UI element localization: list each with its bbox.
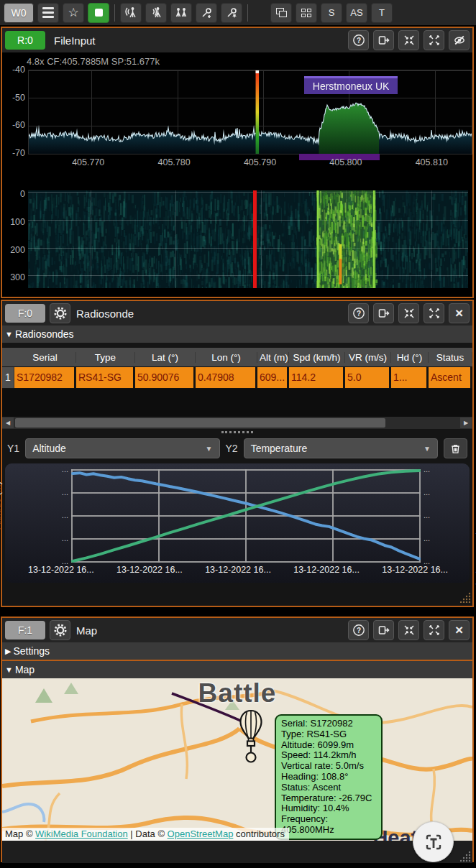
scrollbar-thumb[interactable] xyxy=(15,418,385,428)
device-index-badge[interactable]: R:0 xyxy=(5,31,45,50)
wikimedia-link[interactable]: WikiMedia Foundation xyxy=(35,828,128,839)
telemetry-canvas[interactable] xyxy=(71,469,421,563)
cell-lat[interactable]: 50.90076 xyxy=(135,367,196,388)
info-status: Status: Ascent xyxy=(281,782,376,793)
section-label: Radiosondes xyxy=(15,328,74,340)
add-tx-device-button[interactable] xyxy=(145,3,167,23)
cell-serial[interactable]: S1720982 xyxy=(14,367,76,388)
section-label: Map xyxy=(15,664,35,675)
display-names-toggle-button[interactable] xyxy=(413,821,454,862)
telemetry-x-tick: 13-12-2022 16... xyxy=(28,565,94,575)
scroll-left-button[interactable]: ◀ xyxy=(2,417,14,428)
pane-splitter-handle[interactable] xyxy=(2,429,472,435)
radiosonde-table-header: Serial Type Lat (°) Lon (°) Alt (m) Spd … xyxy=(2,348,472,366)
chevron-down-icon: ▼ xyxy=(424,445,431,453)
map-titlebar: F:1 Map ? × xyxy=(2,618,472,642)
add-feature-button[interactable] xyxy=(196,3,217,23)
cascade-windows-button[interactable] xyxy=(270,3,292,23)
close-window-button[interactable]: × xyxy=(449,620,470,640)
delete-plots-button[interactable] xyxy=(444,438,467,458)
scroll-right-button[interactable]: ▶ xyxy=(460,417,472,428)
cell-type[interactable]: RS41-SG xyxy=(76,367,135,388)
move-to-workspace-button[interactable] xyxy=(373,30,394,50)
cascade-icon xyxy=(276,8,287,17)
add-rx-device-button[interactable] xyxy=(120,3,142,23)
radiosondes-section-header[interactable]: ▼ Radiosondes xyxy=(2,326,472,343)
move-to-workspace-button[interactable] xyxy=(373,620,394,640)
feature-index-badge[interactable]: F:0 xyxy=(5,304,45,323)
y2-selected-value: Temperature xyxy=(251,443,308,454)
radiosonde-table-row[interactable]: 1 S1720982 RS41-SG 50.90076 0.47908 609.… xyxy=(2,366,472,389)
map-section-header[interactable]: ▼ Map xyxy=(2,661,472,678)
col-status[interactable]: Status xyxy=(429,352,472,363)
cell-spd[interactable]: 114.2 xyxy=(289,367,345,388)
col-alt[interactable]: Alt (m) xyxy=(257,352,289,363)
waterfall-canvas[interactable] xyxy=(28,190,468,288)
attrib-suffix: contributors xyxy=(233,828,285,839)
cell-lon[interactable]: 0.47908 xyxy=(196,367,257,388)
spectrum-y-tick: -70 xyxy=(2,148,25,158)
table-horizontal-scrollbar[interactable]: ◀ ▶ xyxy=(2,417,472,429)
maximize-window-button[interactable] xyxy=(424,303,444,323)
shrink-window-button[interactable] xyxy=(398,303,419,323)
balloon-marker-icon[interactable] xyxy=(237,708,265,766)
feature-presets-button[interactable] xyxy=(221,3,242,23)
maximize-window-button[interactable] xyxy=(424,620,444,640)
stack-windows-button[interactable]: S xyxy=(321,3,342,23)
spectrum-canvas[interactable] xyxy=(28,70,472,154)
y1-select[interactable]: Altitude ▼ xyxy=(25,438,219,458)
svg-text:?: ? xyxy=(356,627,360,634)
auto-stack-button[interactable]: AS xyxy=(346,3,367,23)
chart-axis-controls: Y1 Altitude ▼ Y2 Temperature ▼ xyxy=(2,435,472,461)
col-hd[interactable]: Hd (°) xyxy=(391,352,429,363)
cell-status[interactable]: Ascent xyxy=(429,367,472,388)
spectrum-display[interactable]: 4.8x CF:405.7885M SP:51.677k Herstmoneux… xyxy=(2,52,472,297)
telemetry-chart[interactable]: Altitude (m) Temperature (°C) 13-12-2022… xyxy=(5,463,470,583)
workspace-button[interactable]: W0 xyxy=(4,3,34,23)
openstreetmap-link[interactable]: OpenStreetMap xyxy=(168,828,234,839)
y2-select[interactable]: Temperature ▼ xyxy=(244,438,438,458)
eye-slash-icon xyxy=(453,34,466,47)
spectrum-y-tick: -50 xyxy=(2,93,25,103)
close-window-button[interactable]: × xyxy=(449,303,470,323)
cell-hd[interactable]: 1... xyxy=(391,367,429,388)
settings-button[interactable] xyxy=(50,620,70,640)
resize-grip[interactable] xyxy=(460,851,471,862)
col-type[interactable]: Type xyxy=(76,352,135,363)
add-mimo-device-button[interactable] xyxy=(170,3,192,23)
col-vr[interactable]: VR (m/s) xyxy=(345,352,391,363)
tile-windows-button[interactable] xyxy=(296,3,317,23)
radiosonde-titlebar: F:0 Radiosonde ? × xyxy=(2,301,472,326)
stop-icon xyxy=(95,9,103,17)
window-bottom-area xyxy=(2,841,472,863)
move-to-workspace-button[interactable] xyxy=(373,303,394,323)
shrink-window-button[interactable] xyxy=(398,620,419,640)
menu-button[interactable] xyxy=(37,3,59,23)
cell-alt[interactable]: 609... xyxy=(257,367,289,388)
col-lon[interactable]: Lon (°) xyxy=(196,352,257,363)
settings-section-header[interactable]: ▶ Settings xyxy=(2,642,472,660)
tile-icon xyxy=(301,9,311,17)
presets-button[interactable]: ☆ xyxy=(63,3,84,23)
feature-index-badge[interactable]: F:1 xyxy=(5,621,45,640)
tabbed-view-button[interactable]: T xyxy=(371,3,393,23)
maximize-window-button[interactable] xyxy=(424,30,444,50)
window-bottom-area xyxy=(2,583,472,604)
text-frame-icon xyxy=(423,831,444,853)
attrib-middle: | Data © xyxy=(128,828,168,839)
toolbar-separator xyxy=(114,4,115,22)
shrink-window-button[interactable] xyxy=(398,30,419,50)
help-button[interactable]: ? xyxy=(348,303,369,323)
help-button[interactable]: ? xyxy=(348,30,369,50)
cell-vr[interactable]: 5.0 xyxy=(345,367,391,388)
hide-window-button[interactable] xyxy=(449,30,470,50)
resize-grip[interactable] xyxy=(460,592,471,603)
col-spd[interactable]: Spd (km/h) xyxy=(289,352,345,363)
stop-button[interactable] xyxy=(88,3,109,23)
col-lat[interactable]: Lat (°) xyxy=(135,352,196,363)
help-button[interactable]: ? xyxy=(348,620,369,640)
map-view[interactable]: Battle Heath Serial: S1720982 Type: RS41… xyxy=(2,678,472,841)
settings-button[interactable] xyxy=(50,303,70,323)
info-heading: Heading: 108.8° xyxy=(281,772,376,782)
col-serial[interactable]: Serial xyxy=(14,352,76,363)
